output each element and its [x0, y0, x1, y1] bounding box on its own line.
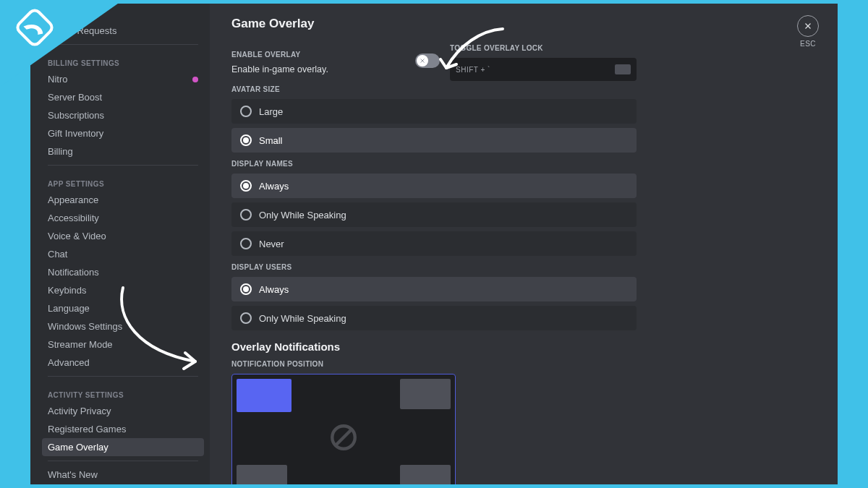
- toggle-lock-header: TOGGLE OVERLAY LOCK: [450, 44, 637, 52]
- position-top-left[interactable]: [237, 379, 292, 412]
- sidebar-item-game-overlay[interactable]: Game Overlay: [42, 438, 204, 456]
- sidebar-item-subscriptions[interactable]: Subscriptions: [42, 106, 204, 124]
- display-users-header: DISPLAY USERS: [231, 263, 637, 271]
- settings-content: ESC Game Overlay ENABLE OVERLAY Enable i…: [210, 4, 838, 484]
- radio-icon: [240, 134, 252, 146]
- keyboard-icon: [615, 64, 631, 74]
- close-button[interactable]: ESC: [797, 15, 819, 48]
- sidebar-item-chat[interactable]: Chat: [42, 245, 204, 263]
- display-names-group: Always Only While Speaking Never: [231, 174, 637, 256]
- position-bottom-left[interactable]: [237, 465, 287, 484]
- svg-line-7: [336, 429, 352, 445]
- page-title: Game Overlay: [231, 17, 637, 31]
- hotkey-input[interactable]: SHIFT + `: [450, 58, 637, 81]
- sidebar-item-advanced[interactable]: Advanced: [42, 354, 204, 372]
- avatar-size-large[interactable]: Large: [231, 99, 637, 124]
- display-users-group: Always Only While Speaking: [231, 277, 637, 330]
- toggle-knob-icon: [417, 55, 428, 67]
- notification-position-picker: [231, 374, 456, 484]
- display-users-always[interactable]: Always: [231, 277, 637, 301]
- sidebar-item-registered-games[interactable]: Registered Games: [42, 420, 204, 438]
- avatar-size-small[interactable]: Small: [231, 128, 637, 153]
- avatar-size-header: AVATAR SIZE: [231, 85, 637, 93]
- sidebar-header-app: APP SETTINGS: [42, 170, 204, 191]
- radio-icon: [240, 238, 252, 249]
- notification-position-header: NOTIFICATION POSITION: [231, 360, 637, 368]
- sidebar-item-accessibility[interactable]: Accessibility: [42, 209, 204, 227]
- radio-label: Small: [259, 135, 283, 146]
- sidebar-item-server-boost[interactable]: Server Boost: [42, 88, 204, 106]
- nitro-badge-icon: [192, 77, 198, 82]
- sidebar-item-billing[interactable]: Billing: [42, 142, 204, 160]
- sidebar-item-appearance[interactable]: Appearance: [42, 191, 204, 209]
- radio-label: Always: [259, 181, 289, 192]
- sidebar-item-voice-video[interactable]: Voice & Video: [42, 227, 204, 245]
- radio-label: Large: [259, 106, 283, 117]
- radio-icon: [240, 106, 252, 117]
- disabled-icon[interactable]: [328, 422, 359, 453]
- sidebar-item-merch[interactable]: Merch: [42, 484, 204, 484]
- esc-label: ESC: [800, 40, 816, 48]
- radio-label: Always: [259, 284, 289, 295]
- sidebar-item-language[interactable]: Language: [42, 299, 204, 317]
- display-names-never[interactable]: Never: [231, 231, 637, 256]
- radio-icon: [240, 283, 252, 295]
- avatar-size-group: Large Small: [231, 99, 637, 153]
- radio-icon: [240, 180, 252, 192]
- enable-overlay-label: Enable in-game overlay.: [231, 64, 405, 74]
- radio-label: Only While Speaking: [259, 210, 346, 221]
- enable-overlay-toggle[interactable]: [415, 53, 440, 68]
- hotkey-value: SHIFT + `: [456, 66, 490, 74]
- display-names-only-speaking[interactable]: Only While Speaking: [231, 202, 637, 227]
- radio-label: Only While Speaking: [259, 313, 346, 324]
- sidebar-item-notifications[interactable]: Notifications: [42, 263, 204, 281]
- position-bottom-right[interactable]: [400, 465, 451, 484]
- enable-overlay-header: ENABLE OVERLAY: [231, 51, 405, 59]
- display-users-only-speaking[interactable]: Only While Speaking: [231, 306, 637, 330]
- sidebar-item-gift-inventory[interactable]: Gift Inventory: [42, 124, 204, 142]
- brand-logo: [13, 6, 56, 49]
- sidebar-item-keybinds[interactable]: Keybinds: [42, 281, 204, 299]
- sidebar-item-activity-privacy[interactable]: Activity Privacy: [42, 402, 204, 420]
- sidebar-item-streamer-mode[interactable]: Streamer Mode: [42, 335, 204, 354]
- sidebar-item-whats-new[interactable]: What's New: [42, 466, 204, 484]
- radio-icon: [240, 209, 252, 221]
- position-top-right[interactable]: [400, 379, 451, 409]
- display-names-header: DISPLAY NAMES: [231, 160, 637, 168]
- display-names-always[interactable]: Always: [231, 174, 637, 198]
- sidebar-header-activity: ACTIVITY SETTINGS: [42, 381, 204, 402]
- overlay-notifications-title: Overlay Notifications: [231, 341, 637, 353]
- radio-icon: [240, 312, 252, 324]
- sidebar-item-windows-settings[interactable]: Windows Settings: [42, 317, 204, 335]
- radio-label: Never: [259, 239, 284, 249]
